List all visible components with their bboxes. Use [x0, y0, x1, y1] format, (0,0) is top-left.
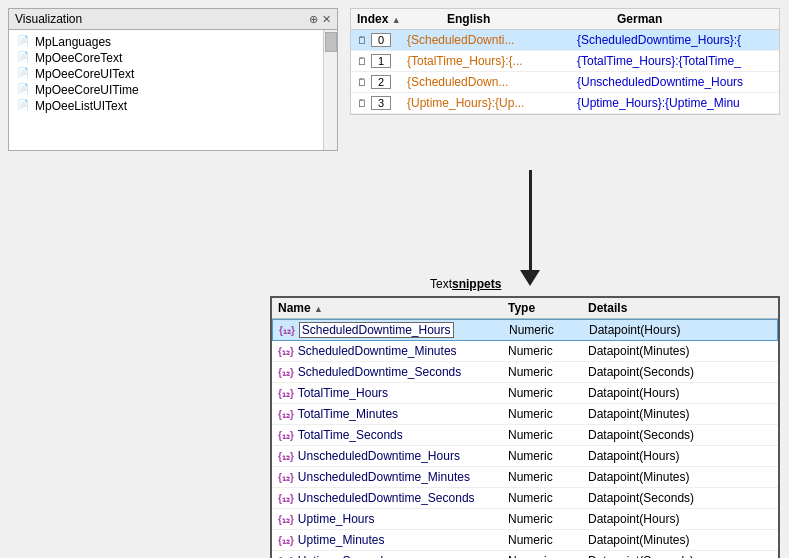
ts-row-6[interactable]: {₁₂}UnscheduledDowntime_HoursNumericData… — [272, 446, 778, 467]
german-cell-3: {Uptime_Hours}:{Uptime_Minu — [571, 95, 779, 111]
ts-type-cell-9: Numeric — [502, 511, 582, 527]
ts-name-cell-8: {₁₂}UnscheduledDowntime_Seconds — [272, 490, 502, 506]
english-cell-2: {ScheduledDown... — [401, 74, 571, 90]
index-num-cell: 🗒 1 — [351, 53, 401, 69]
panel-header-icons: ⊕ ✕ — [309, 13, 331, 26]
ts-name-text-11: Uptime_Seconds — [298, 554, 389, 558]
ts-details-cell-9: Datapoint(Hours) — [582, 511, 778, 527]
tree-item-mp-oee-list-ui-text[interactable]: 📄 MpOeeListUIText — [9, 98, 337, 114]
ts-type-cell-6: Numeric — [502, 448, 582, 464]
ts-name-text-9: Uptime_Hours — [298, 512, 375, 526]
ts-name-text-2: ScheduledDowntime_Seconds — [298, 365, 461, 379]
index-number: 2 — [371, 75, 391, 89]
english-cell-1: {TotalTime_Hours}:{... — [401, 53, 571, 69]
ts-type-cell-8: Numeric — [502, 490, 582, 506]
ts-row-0[interactable]: {₁₂}ScheduledDowntime_HoursNumericDatapo… — [272, 319, 778, 341]
ts-name-cell-5: {₁₂}TotalTime_Seconds — [272, 427, 502, 443]
pin-icon[interactable]: ⊕ — [309, 13, 318, 26]
tree-item-mp-oee-core-ui-text[interactable]: 📄 MpOeeCoreUIText — [9, 66, 337, 82]
textsnippets-text-plain: Text — [430, 277, 452, 291]
ts-details-cell-2: Datapoint(Seconds) — [582, 364, 778, 380]
close-icon[interactable]: ✕ — [322, 13, 331, 26]
english-cell-3: {Uptime_Hours}:{Up... — [401, 95, 571, 111]
tree-item-mp-languages[interactable]: 📄 MpLanguages — [9, 34, 337, 50]
visualization-title: Visualization — [15, 12, 82, 26]
index-table-body: 🗒 0 {ScheduledDownti... {ScheduledDownti… — [351, 30, 779, 114]
index-row-2[interactable]: 🗒 2 {ScheduledDown... {UnscheduledDownti… — [351, 72, 779, 93]
ts-type-cell-4: Numeric — [502, 406, 582, 422]
ts-name-text-6: UnscheduledDowntime_Hours — [298, 449, 460, 463]
english-col-label: English — [447, 12, 490, 26]
file-icon: 📄 — [17, 83, 31, 97]
ts-type-col-header[interactable]: Type — [502, 301, 582, 315]
ts-type-icon: {₁₂} — [278, 409, 294, 420]
scrollbar-thumb[interactable] — [325, 32, 337, 52]
ts-row-10[interactable]: {₁₂}Uptime_MinutesNumericDatapoint(Minut… — [272, 530, 778, 551]
ts-row-7[interactable]: {₁₂}UnscheduledDowntime_MinutesNumericDa… — [272, 467, 778, 488]
ts-details-cell-7: Datapoint(Minutes) — [582, 469, 778, 485]
english-cell-0: {ScheduledDownti... — [401, 32, 571, 48]
ts-name-cell-10: {₁₂}Uptime_Minutes — [272, 532, 502, 548]
ts-details-col-header[interactable]: Details — [582, 301, 778, 315]
tree-item-mp-oee-core-text[interactable]: 📄 MpOeeCoreText — [9, 50, 337, 66]
ts-name-text-1: ScheduledDowntime_Minutes — [298, 344, 457, 358]
ts-type-icon: {₁₂} — [278, 472, 294, 483]
ts-row-9[interactable]: {₁₂}Uptime_HoursNumericDatapoint(Hours) — [272, 509, 778, 530]
arrow-shaft — [529, 170, 532, 270]
ts-row-4[interactable]: {₁₂}TotalTime_MinutesNumericDatapoint(Mi… — [272, 404, 778, 425]
index-row-1[interactable]: 🗒 1 {TotalTime_Hours}:{... {TotalTime_Ho… — [351, 51, 779, 72]
textsnippets-panel: Name ▲ Type Details {₁₂}ScheduledDowntim… — [270, 296, 780, 558]
index-number: 3 — [371, 96, 391, 110]
visualization-panel: Visualization ⊕ ✕ 📄 MpLanguages 📄 MpOeeC… — [8, 8, 338, 151]
ts-row-1[interactable]: {₁₂}ScheduledDowntime_MinutesNumericData… — [272, 341, 778, 362]
ts-type-icon: {₁₂} — [278, 514, 294, 525]
file-icon: 📄 — [17, 51, 31, 65]
index-num-cell: 🗒 2 — [351, 74, 401, 90]
german-col-header[interactable]: German — [611, 12, 779, 26]
ts-type-label: Type — [508, 301, 535, 315]
ts-name-cell-9: {₁₂}Uptime_Hours — [272, 511, 502, 527]
index-col-header[interactable]: Index ▲ — [351, 12, 441, 26]
ts-name-text-4: TotalTime_Minutes — [298, 407, 398, 421]
doc-icon: 🗒 — [357, 77, 367, 88]
ts-type-cell-10: Numeric — [502, 532, 582, 548]
ts-type-cell-1: Numeric — [502, 343, 582, 359]
ts-row-11[interactable]: {₁₂}Uptime_SecondsNumericDatapoint(Secon… — [272, 551, 778, 558]
ts-table-body: {₁₂}ScheduledDowntime_HoursNumericDatapo… — [272, 319, 778, 558]
ts-type-icon: {₁₂} — [278, 535, 294, 546]
ts-name-cell-7: {₁₂}UnscheduledDowntime_Minutes — [272, 469, 502, 485]
ts-type-icon: {₁₂} — [278, 388, 294, 399]
tree-label: MpOeeCoreUIText — [35, 67, 134, 81]
ts-name-text-3: TotalTime_Hours — [298, 386, 388, 400]
ts-type-cell-3: Numeric — [502, 385, 582, 401]
ts-sort-arrow-icon: ▲ — [314, 304, 323, 314]
ts-type-icon: {₁₂} — [278, 367, 294, 378]
ts-name-text-7: UnscheduledDowntime_Minutes — [298, 470, 470, 484]
ts-type-icon: {₁₂} — [278, 451, 294, 462]
tree-item-mp-oee-core-ui-time[interactable]: 📄 MpOeeCoreUITime — [9, 82, 337, 98]
ts-type-icon: {₁₂} — [278, 430, 294, 441]
ts-name-col-header[interactable]: Name ▲ — [272, 301, 502, 315]
german-cell-0: {ScheduledDowntime_Hours}:{ — [571, 32, 779, 48]
file-icon: 📄 — [17, 99, 31, 113]
tree-label: MpOeeCoreUITime — [35, 83, 139, 97]
english-col-header[interactable]: English — [441, 12, 611, 26]
visualization-panel-header: Visualization ⊕ ✕ — [9, 9, 337, 30]
ts-name-text-10: Uptime_Minutes — [298, 533, 385, 547]
index-table-panel: Index ▲ English German 🗒 0 {ScheduledDow… — [350, 8, 780, 115]
ts-details-cell-11: Datapoint(Seconds) — [582, 553, 778, 558]
ts-row-8[interactable]: {₁₂}UnscheduledDowntime_SecondsNumericDa… — [272, 488, 778, 509]
index-row-3[interactable]: 🗒 3 {Uptime_Hours}:{Up... {Uptime_Hours}… — [351, 93, 779, 114]
ts-details-cell-10: Datapoint(Minutes) — [582, 532, 778, 548]
ts-row-2[interactable]: {₁₂}ScheduledDowntime_SecondsNumericData… — [272, 362, 778, 383]
tree-scrollbar[interactable] — [323, 30, 337, 150]
ts-row-3[interactable]: {₁₂}TotalTime_HoursNumericDatapoint(Hour… — [272, 383, 778, 404]
index-table-header: Index ▲ English German — [351, 9, 779, 30]
ts-details-cell-5: Datapoint(Seconds) — [582, 427, 778, 443]
index-row-0[interactable]: 🗒 0 {ScheduledDownti... {ScheduledDownti… — [351, 30, 779, 51]
index-number: 1 — [371, 54, 391, 68]
ts-name-cell-4: {₁₂}TotalTime_Minutes — [272, 406, 502, 422]
ts-name-cell-6: {₁₂}UnscheduledDowntime_Hours — [272, 448, 502, 464]
ts-details-cell-0: Datapoint(Hours) — [583, 322, 777, 338]
ts-row-5[interactable]: {₁₂}TotalTime_SecondsNumericDatapoint(Se… — [272, 425, 778, 446]
